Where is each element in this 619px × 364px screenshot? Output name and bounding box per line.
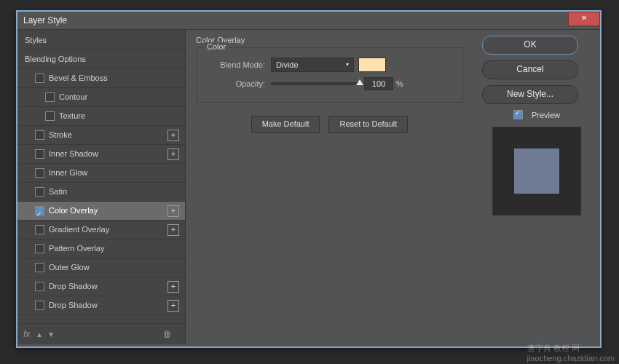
preview-checkbox[interactable] <box>513 110 523 119</box>
preview-swatch <box>514 149 559 194</box>
layer-style-dialog: Layer Style ✕ Styles Blending Options Be… <box>16 10 602 348</box>
color-group: Color Blend Mode: Divide ▾ Opacity: 100 … <box>196 47 463 103</box>
preview-label: Preview <box>532 111 560 119</box>
color-group-legend: Color <box>204 42 229 51</box>
color-swatch[interactable] <box>358 58 386 72</box>
checkbox-icon[interactable] <box>35 74 44 83</box>
sidebar-item-color-overlay[interactable]: Color Overlay+ <box>17 202 185 221</box>
add-effect-icon[interactable]: + <box>167 300 179 312</box>
make-default-button[interactable]: Make Default <box>251 116 320 133</box>
panel-title: Color Overlay <box>196 36 463 44</box>
sidebar-item-blending-options[interactable]: Blending Options <box>17 50 185 69</box>
sidebar-item-inner-shadow[interactable]: Inner Shadow+ <box>17 145 185 164</box>
window-title: Layer Style <box>23 15 67 25</box>
checkbox-icon[interactable] <box>35 187 44 197</box>
checkbox-icon[interactable] <box>35 263 44 272</box>
cancel-button[interactable]: Cancel <box>482 60 578 79</box>
opacity-input[interactable]: 100 <box>364 77 393 90</box>
arrow-up-icon[interactable]: ▴ <box>37 329 42 339</box>
blend-mode-label: Blend Mode: <box>207 60 271 69</box>
checkbox-icon[interactable] <box>45 92 55 102</box>
preview-box <box>492 127 581 215</box>
checkbox-icon[interactable] <box>35 301 44 310</box>
opacity-label: Opacity: <box>207 79 271 88</box>
arrow-down-icon[interactable]: ▾ <box>49 329 53 339</box>
watermark: 查字典 教程 网 jiaocheng.chazidian.com <box>527 343 615 363</box>
checkbox-icon[interactable] <box>35 225 44 234</box>
checkbox-icon[interactable] <box>35 244 44 253</box>
fx-icon[interactable]: fx <box>23 329 30 339</box>
blend-mode-value: Divide <box>276 58 299 71</box>
checkbox-icon[interactable] <box>35 206 44 215</box>
blend-mode-dropdown[interactable]: Divide ▾ <box>271 58 354 72</box>
sidebar-item-drop-shadow[interactable]: Drop Shadow+ <box>17 277 185 296</box>
add-effect-icon[interactable]: + <box>167 281 179 293</box>
checkbox-icon[interactable] <box>35 130 44 140</box>
opacity-unit: % <box>396 79 403 88</box>
sidebar-item-contour[interactable]: Contour <box>17 88 185 107</box>
checkbox-icon[interactable] <box>45 111 55 121</box>
titlebar: Layer Style ✕ <box>17 12 600 29</box>
slider-thumb-icon[interactable] <box>356 79 363 85</box>
ok-button[interactable]: OK <box>482 36 578 55</box>
sidebar-header-styles[interactable]: Styles <box>17 31 185 50</box>
sidebar-item-inner-glow[interactable]: Inner Glow <box>17 164 185 183</box>
close-button[interactable]: ✕ <box>568 12 600 26</box>
chevron-down-icon: ▾ <box>346 58 349 71</box>
sidebar-item-drop-shadow[interactable]: Drop Shadow+ <box>17 296 185 315</box>
sidebar-item-texture[interactable]: Texture <box>17 107 185 126</box>
options-panel: Color Overlay Color Blend Mode: Divide ▾… <box>186 30 473 344</box>
new-style-button[interactable]: New Style... <box>482 85 578 104</box>
sidebar-footer: fx ▴ ▾ 🗑 <box>17 323 185 344</box>
action-panel: OK Cancel New Style... Preview <box>473 30 600 344</box>
sidebar-item-outer-glow[interactable]: Outer Glow <box>17 258 185 277</box>
sidebar-item-stroke[interactable]: Stroke+ <box>17 126 185 145</box>
styles-sidebar: Styles Blending Options Bevel & Emboss C… <box>17 30 186 344</box>
checkbox-icon[interactable] <box>35 282 44 291</box>
add-effect-icon[interactable]: + <box>167 130 179 141</box>
add-effect-icon[interactable]: + <box>167 149 179 160</box>
checkbox-icon[interactable] <box>35 149 44 159</box>
reset-default-button[interactable]: Reset to Default <box>328 116 408 133</box>
add-effect-icon[interactable]: + <box>167 224 179 236</box>
opacity-slider[interactable] <box>271 82 360 85</box>
trash-icon[interactable]: 🗑 <box>163 329 172 339</box>
sidebar-item-bevel-emboss[interactable]: Bevel & Emboss <box>17 69 185 88</box>
checkbox-icon[interactable] <box>35 168 44 178</box>
sidebar-item-gradient-overlay[interactable]: Gradient Overlay+ <box>17 221 185 240</box>
sidebar-item-pattern-overlay[interactable]: Pattern Overlay <box>17 240 185 258</box>
add-effect-icon[interactable]: + <box>167 205 179 217</box>
sidebar-item-satin[interactable]: Satin <box>17 183 185 202</box>
